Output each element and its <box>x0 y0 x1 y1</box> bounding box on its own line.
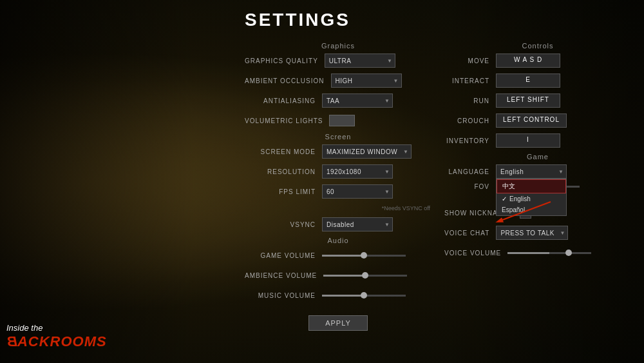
audio-section-header: Audio <box>245 237 431 244</box>
game-volume-label: GAME VOLUME <box>245 252 322 259</box>
ambience-volume-label: AMBIENCE VOLUME <box>245 272 323 279</box>
graphics-quality-row: GRAPHICS QUALITY ULTRA <box>245 52 431 69</box>
vsync-note: *Needs VSYNC off <box>382 205 430 211</box>
language-dropdown[interactable]: English <box>496 164 567 179</box>
voice-chat-dropdown-wrapper: PRESS TO TALK <box>496 226 568 240</box>
game-volume-row: GAME VOLUME <box>245 247 431 264</box>
game-section-header: Game <box>444 153 631 161</box>
graphics-section-header: Graphics <box>245 42 431 50</box>
fps-limit-group: FPS LIMIT 60 *Needs VSYNC off <box>245 183 431 213</box>
vsync-label: VSYNC <box>245 221 322 228</box>
language-option-chinese[interactable]: 中文 <box>497 179 566 193</box>
volumetric-lights-toggle[interactable] <box>329 115 355 126</box>
logo-b-mirror: B <box>6 333 17 350</box>
inventory-label: INVENTORY <box>444 137 496 144</box>
run-label: RUN <box>444 97 496 104</box>
move-key[interactable]: W A S D <box>496 54 560 68</box>
voice-chat-row: VOICE CHAT PRESS TO TALK <box>444 224 631 241</box>
resolution-dropdown-wrapper: 1920x1080 <box>322 164 393 179</box>
interact-key[interactable]: E <box>496 74 560 88</box>
resolution-label: RESOLUTION <box>245 168 322 175</box>
graphics-quality-label: GRAPHICS QUALITY <box>245 57 325 64</box>
move-row: MOVE W A S D <box>444 52 631 69</box>
language-option-espanol[interactable]: Español <box>497 204 566 215</box>
music-volume-label: MUSIC VOLUME <box>245 292 322 299</box>
vsync-dropdown[interactable]: Disabled <box>322 217 393 231</box>
volumetric-lights-row: VOLUMETRIC LIGHTS <box>245 112 431 129</box>
crouch-row: CROUCH LEFT CONTROL <box>444 112 631 129</box>
antialiasing-row: ANTIALIASING TAA <box>245 92 431 109</box>
left-column: Graphics GRAPHICS QUALITY ULTRA AMBIENT … <box>245 38 431 331</box>
voice-volume-slider[interactable] <box>507 252 591 254</box>
fov-label: FOV <box>444 183 496 190</box>
vsync-row: VSYNC Disabled <box>245 216 431 233</box>
apply-button[interactable]: APPLY <box>308 315 368 331</box>
apply-button-container: APPLY <box>245 310 431 331</box>
move-label: MOVE <box>444 57 496 64</box>
music-volume-row: MUSIC VOLUME <box>245 287 431 304</box>
right-column: Controls MOVE W A S D INTERACT E RUN LEF… <box>444 38 631 331</box>
espanol-option-text: Español <box>502 206 525 213</box>
antialiasing-dropdown[interactable]: TAA <box>322 93 393 108</box>
ambience-volume-slider[interactable] <box>323 275 407 277</box>
english-option-text: English <box>509 195 531 202</box>
interact-row: INTERACT E <box>444 72 631 89</box>
settings-title: SETTINGS <box>245 10 631 30</box>
resolution-dropdown[interactable]: 1920x1080 <box>322 164 393 179</box>
game-volume-slider-wrapper <box>322 255 406 257</box>
voice-chat-dropdown[interactable]: PRESS TO TALK <box>496 226 568 240</box>
logo-backrooms: BACKROOMS <box>6 333 107 350</box>
screen-section-header: Screen <box>245 133 431 141</box>
settings-panel: SETTINGS Graphics GRAPHICS QUALITY ULTRA… <box>232 0 644 363</box>
crouch-label: CROUCH <box>444 117 496 124</box>
language-dropdown-open: 中文 ✓ English Español <box>496 179 567 216</box>
screen-mode-dropdown-wrapper: MAXIMIZED WINDOW <box>322 144 412 159</box>
logo: Inside the BACKROOMS <box>6 323 107 350</box>
ambient-occlusion-row: AMBIENT OCCLUSION HIGH <box>245 72 431 89</box>
run-key[interactable]: LEFT SHIFT <box>496 93 560 108</box>
screen-mode-label: SCREEN MODE <box>245 148 322 155</box>
screen-mode-row: SCREEN MODE MAXIMIZED WINDOW <box>245 143 431 160</box>
game-volume-slider[interactable] <box>322 255 406 257</box>
volumetric-lights-label: VOLUMETRIC LIGHTS <box>245 117 329 124</box>
antialiasing-dropdown-wrapper: TAA <box>322 93 393 108</box>
fps-limit-row: FPS LIMIT 60 <box>245 183 431 200</box>
voice-volume-slider-wrapper <box>507 252 591 254</box>
language-label: LANGUAGE <box>444 168 496 175</box>
antialiasing-label: ANTIALIASING <box>245 97 322 104</box>
interact-label: INTERACT <box>444 77 496 84</box>
language-option-english[interactable]: ✓ English <box>497 193 566 204</box>
voice-chat-label: VOICE CHAT <box>444 230 496 237</box>
vsync-dropdown-wrapper: Disabled <box>322 217 393 231</box>
language-row: LANGUAGE English 中文 ✓ Engl <box>444 163 631 180</box>
run-row: RUN LEFT SHIFT <box>444 92 631 109</box>
ambient-occlusion-dropdown[interactable]: HIGH <box>331 74 402 88</box>
graphics-quality-dropdown[interactable]: ULTRA <box>325 54 395 68</box>
ambient-occlusion-dropdown-wrapper: HIGH <box>331 74 402 88</box>
logo-inside-the: Inside the <box>6 323 107 333</box>
ambience-volume-row: AMBIENCE VOLUME <box>245 267 431 284</box>
music-volume-slider[interactable] <box>322 295 406 297</box>
controls-section-header: Controls <box>444 42 631 50</box>
graphics-quality-dropdown-wrapper: ULTRA <box>325 54 395 68</box>
voice-volume-row: VOICE VOLUME <box>444 244 631 261</box>
language-dropdown-container: English 中文 ✓ English Español <box>496 164 567 179</box>
language-dropdown-wrapper: English <box>496 164 567 179</box>
fps-limit-dropdown-wrapper: 60 <box>322 184 393 199</box>
ambience-volume-slider-wrapper <box>323 275 407 277</box>
english-checkmark: ✓ <box>502 195 507 202</box>
music-volume-slider-wrapper <box>322 295 406 297</box>
fps-limit-dropdown[interactable]: 60 <box>322 184 393 199</box>
vsync-note-row: *Needs VSYNC off <box>245 201 431 213</box>
resolution-row: RESOLUTION 1920x1080 <box>245 163 431 180</box>
fps-limit-label: FPS LIMIT <box>245 188 322 195</box>
voice-volume-label: VOICE VOLUME <box>444 250 507 257</box>
settings-columns: Graphics GRAPHICS QUALITY ULTRA AMBIENT … <box>245 38 631 331</box>
screen-mode-dropdown[interactable]: MAXIMIZED WINDOW <box>322 144 412 159</box>
chinese-option-text: 中文 <box>502 182 515 191</box>
crouch-key[interactable]: LEFT CONTROL <box>496 113 567 128</box>
inventory-row: INVENTORY I <box>444 132 631 149</box>
inventory-key[interactable]: I <box>496 133 560 148</box>
ambient-occlusion-label: AMBIENT OCCLUSION <box>245 77 331 84</box>
